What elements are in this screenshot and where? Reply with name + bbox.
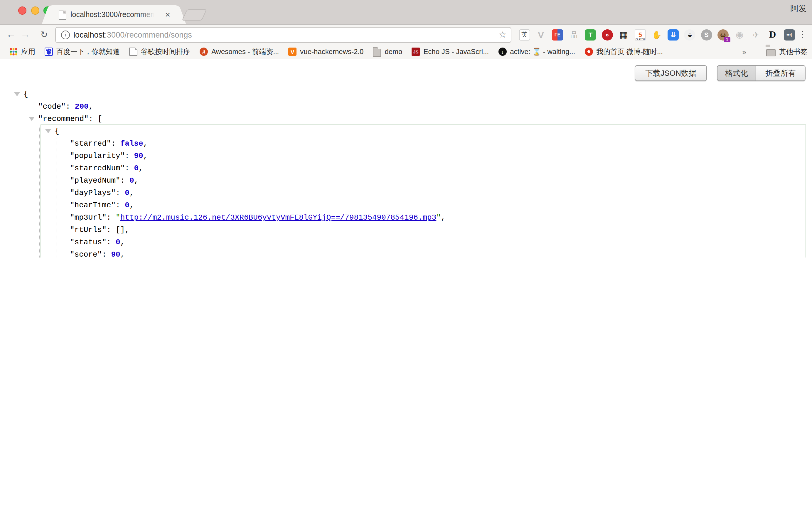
- json-key: "code": [38, 102, 66, 111]
- json-punct: :: [107, 238, 116, 247]
- bookmark-item[interactable]: vue-hackernews-2.0: [288, 48, 364, 56]
- bookmark-label: 百度一下，你就知道: [56, 47, 120, 57]
- json-key: "rtUrls": [70, 226, 107, 234]
- json-key: "playedNum": [70, 176, 120, 185]
- json-link[interactable]: http://m2.music.126.net/3XR6BU6yvtyVmFE8…: [120, 213, 437, 222]
- page-icon: [129, 48, 137, 56]
- down-arrow-icon: [498, 48, 506, 56]
- url-text[interactable]: localhost:3000/recommend/songs: [74, 28, 192, 42]
- json-punct: ,: [143, 139, 148, 148]
- new-tab-button[interactable]: [182, 9, 207, 21]
- video-speed-icon[interactable]: »: [602, 29, 613, 40]
- json-key: "starredNum": [70, 164, 125, 173]
- bookmark-item[interactable]: 谷歌按时间排序: [129, 47, 190, 57]
- json-punct: :: [107, 213, 116, 222]
- json-row: "popularity": 90,: [70, 150, 148, 162]
- json-punct: ,: [139, 164, 143, 173]
- password-dots-icon[interactable]: •••|: [784, 29, 795, 40]
- green-shield-t-icon[interactable]: T: [585, 29, 596, 40]
- address-bar[interactable]: i localhost:3000/recommend/songs ☆: [55, 27, 512, 43]
- apps-grid-icon: [9, 48, 18, 56]
- json-punct: :: [125, 151, 134, 160]
- vue-icon: [288, 48, 296, 56]
- json-punct: ,: [134, 176, 139, 185]
- blue-download-icon[interactable]: ⇊: [668, 29, 679, 40]
- collapse-toggle-icon[interactable]: [14, 92, 20, 96]
- proxy-tree-icon[interactable]: 品: [568, 29, 580, 40]
- echojs-icon: [412, 48, 420, 56]
- d-letter-icon[interactable]: D: [767, 29, 778, 40]
- json-punct: {: [24, 90, 28, 99]
- json-value: 0: [125, 189, 129, 197]
- bookmark-star-icon[interactable]: ☆: [499, 28, 507, 42]
- vue-devtools-icon[interactable]: V: [535, 29, 547, 40]
- chrome-menu-icon[interactable]: ⋮: [796, 25, 809, 45]
- indent-guide: [25, 101, 25, 258]
- bookmark-label: 应用: [21, 47, 35, 57]
- bookmark-label: vue-hackernews-2.0: [300, 48, 364, 56]
- tab-title-fade: [141, 6, 160, 24]
- collapse-toggle-icon[interactable]: [29, 117, 35, 121]
- bookmark-label: 谷歌按时间排序: [141, 47, 190, 57]
- tab-close-icon[interactable]: ×: [165, 5, 170, 24]
- json-row: "rtUrls": [],: [70, 224, 129, 236]
- fe-extension-icon[interactable]: FE: [552, 29, 563, 40]
- bookmark-item[interactable]: Echo JS - JavaScri...: [412, 48, 489, 56]
- collapse-toggle-icon[interactable]: [45, 129, 51, 133]
- html5-player-icon[interactable]: 5PLAYER: [635, 29, 646, 40]
- bookmark-item[interactable]: 百度一下，你就知道: [45, 47, 120, 57]
- browser-tab[interactable]: localhost:3000/recommend/so ×: [51, 5, 177, 24]
- json-value: 90: [134, 151, 143, 160]
- json-punct: :: [116, 189, 125, 197]
- json-punct: : [: [89, 115, 103, 123]
- json-key: "status": [70, 238, 107, 247]
- bookmark-label: demo: [384, 48, 402, 56]
- bookmarks-overflow-chevron[interactable]: »: [742, 47, 746, 56]
- json-punct: : [],: [107, 226, 129, 234]
- bird-icon[interactable]: ✈: [750, 29, 761, 40]
- bookmark-item[interactable]: Awesomes - 前端资...: [200, 47, 279, 57]
- bookmark-label: Awesomes - 前端资...: [211, 47, 279, 57]
- site-info-icon[interactable]: i: [61, 31, 70, 39]
- paw-icon[interactable]: ✋: [651, 29, 662, 40]
- bookmark-item[interactable]: active: ⌛ - waiting...: [498, 48, 575, 56]
- bookmark-item[interactable]: demo: [373, 47, 402, 57]
- json-key: "hearTime": [70, 201, 116, 210]
- translate-extension-icon[interactable]: 英: [519, 29, 530, 40]
- json-value: 200: [75, 102, 89, 111]
- json-punct: :: [111, 139, 120, 148]
- json-value: 0: [116, 238, 120, 247]
- json-value: 90: [111, 250, 120, 258]
- back-icon[interactable]: ←: [5, 25, 18, 45]
- json-punct: ,: [120, 238, 125, 247]
- json-tree: {"code": 200,"recommend": [{"starred": f…: [0, 59, 812, 258]
- minimize-window-button[interactable]: [31, 6, 39, 15]
- qrcode-icon[interactable]: ▦: [618, 29, 629, 40]
- s-circle-icon[interactable]: S: [701, 29, 712, 40]
- json-value: 0: [125, 201, 129, 210]
- bookmark-item[interactable]: 应用: [9, 47, 35, 57]
- json-string: ": [116, 213, 120, 222]
- indent-guide: [56, 138, 56, 258]
- reload-icon[interactable]: ↻: [37, 25, 51, 45]
- gray-weibo-icon[interactable]: ◉: [734, 29, 745, 40]
- close-window-button[interactable]: [18, 6, 26, 15]
- bookmark-item[interactable]: 我的首页 微博-随时...: [584, 47, 663, 57]
- html5-player-icon-sub: PLAYER: [635, 37, 645, 40]
- monkey-badge-icon-badge: 1: [724, 37, 730, 42]
- browser-toolbar: ← → ↻ i localhost:3000/recommend/songs ☆…: [0, 25, 812, 45]
- json-row: "starred": false,: [70, 137, 148, 150]
- json-row: "hearTime": 0,: [70, 199, 134, 211]
- weibo-icon: [584, 48, 593, 56]
- indent-guide: [39, 126, 40, 258]
- monkey-badge-icon[interactable]: ω1: [718, 29, 729, 40]
- tab-favicon-document-icon: [59, 10, 66, 20]
- baidu-paw-icon: [45, 48, 53, 56]
- url-path: :3000/recommend/songs: [105, 31, 192, 39]
- json-key: "recommend": [38, 115, 89, 123]
- json-row: "starredNum": 0,: [70, 162, 143, 174]
- incognito-mask-icon[interactable]: ◒: [684, 29, 695, 40]
- profile-name[interactable]: 阿发: [790, 3, 807, 14]
- json-key: "score": [70, 250, 102, 258]
- other-bookmarks-folder[interactable]: 其他书签: [766, 47, 807, 57]
